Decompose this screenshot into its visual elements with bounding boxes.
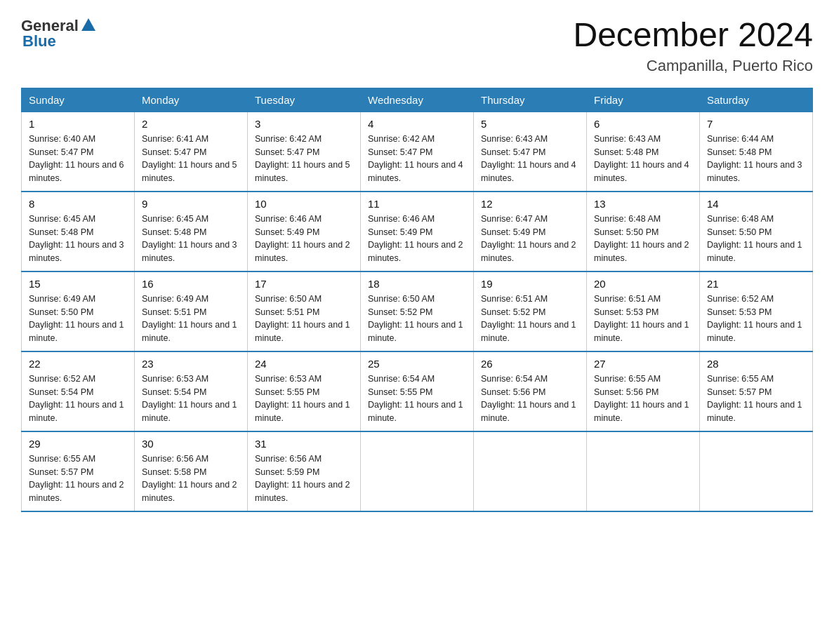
day-number: 29: [29, 438, 127, 450]
day-number: 18: [368, 278, 466, 290]
day-info: Sunrise: 6:55 AMSunset: 5:56 PMDaylight:…: [594, 373, 692, 425]
calendar-cell: 27Sunrise: 6:55 AMSunset: 5:56 PMDayligh…: [587, 351, 700, 431]
calendar-cell: 26Sunrise: 6:54 AMSunset: 5:56 PMDayligh…: [474, 351, 587, 431]
week-row-3: 15Sunrise: 6:49 AMSunset: 5:50 PMDayligh…: [22, 271, 813, 351]
day-number: 21: [707, 278, 805, 290]
day-number: 13: [594, 198, 692, 210]
day-info: Sunrise: 6:45 AMSunset: 5:48 PMDaylight:…: [29, 213, 127, 265]
day-number: 27: [594, 358, 692, 370]
week-row-1: 1Sunrise: 6:40 AMSunset: 5:47 PMDaylight…: [22, 112, 813, 192]
logo: General Blue: [21, 17, 96, 51]
day-number: 31: [255, 438, 353, 450]
calendar-cell: 18Sunrise: 6:50 AMSunset: 5:52 PMDayligh…: [361, 271, 474, 351]
calendar-cell: 13Sunrise: 6:48 AMSunset: 5:50 PMDayligh…: [587, 192, 700, 271]
day-number: 3: [255, 118, 353, 130]
day-number: 2: [142, 118, 240, 130]
calendar-cell: 11Sunrise: 6:46 AMSunset: 5:49 PMDayligh…: [361, 192, 474, 271]
day-number: 8: [29, 198, 127, 210]
calendar-cell: 5Sunrise: 6:43 AMSunset: 5:47 PMDaylight…: [474, 112, 587, 192]
day-number: 26: [481, 358, 579, 370]
calendar-cell: 23Sunrise: 6:53 AMSunset: 5:54 PMDayligh…: [135, 351, 248, 431]
day-number: 19: [481, 278, 579, 290]
day-info: Sunrise: 6:48 AMSunset: 5:50 PMDaylight:…: [707, 213, 805, 265]
calendar-cell: 25Sunrise: 6:54 AMSunset: 5:55 PMDayligh…: [361, 351, 474, 431]
day-info: Sunrise: 6:49 AMSunset: 5:51 PMDaylight:…: [142, 293, 240, 345]
day-info: Sunrise: 6:55 AMSunset: 5:57 PMDaylight:…: [29, 452, 127, 505]
calendar-cell: 22Sunrise: 6:52 AMSunset: 5:54 PMDayligh…: [22, 351, 135, 431]
day-info: Sunrise: 6:50 AMSunset: 5:52 PMDaylight:…: [368, 293, 466, 345]
day-number: 14: [707, 198, 805, 210]
day-info: Sunrise: 6:55 AMSunset: 5:57 PMDaylight:…: [707, 373, 805, 425]
header-sunday: Sunday: [22, 88, 135, 112]
day-info: Sunrise: 6:49 AMSunset: 5:50 PMDaylight:…: [29, 293, 127, 345]
calendar-cell: 19Sunrise: 6:51 AMSunset: 5:52 PMDayligh…: [474, 271, 587, 351]
calendar-cell: 16Sunrise: 6:49 AMSunset: 5:51 PMDayligh…: [135, 271, 248, 351]
calendar-cell: 28Sunrise: 6:55 AMSunset: 5:57 PMDayligh…: [700, 351, 813, 431]
week-row-5: 29Sunrise: 6:55 AMSunset: 5:57 PMDayligh…: [22, 431, 813, 511]
logo-triangle-icon: [81, 17, 96, 35]
calendar-cell: 31Sunrise: 6:56 AMSunset: 5:59 PMDayligh…: [248, 431, 361, 511]
week-row-2: 8Sunrise: 6:45 AMSunset: 5:48 PMDaylight…: [22, 192, 813, 271]
calendar-cell: 1Sunrise: 6:40 AMSunset: 5:47 PMDaylight…: [22, 112, 135, 192]
day-info: Sunrise: 6:45 AMSunset: 5:48 PMDaylight:…: [142, 213, 240, 265]
day-number: 1: [29, 118, 127, 130]
header-saturday: Saturday: [700, 88, 813, 112]
day-info: Sunrise: 6:46 AMSunset: 5:49 PMDaylight:…: [255, 213, 353, 265]
calendar-cell: 20Sunrise: 6:51 AMSunset: 5:53 PMDayligh…: [587, 271, 700, 351]
day-info: Sunrise: 6:53 AMSunset: 5:54 PMDaylight:…: [142, 373, 240, 425]
calendar-cell: 14Sunrise: 6:48 AMSunset: 5:50 PMDayligh…: [700, 192, 813, 271]
day-number: 22: [29, 358, 127, 370]
calendar-cell: [474, 431, 587, 511]
day-info: Sunrise: 6:56 AMSunset: 5:58 PMDaylight:…: [142, 452, 240, 505]
day-number: 7: [707, 118, 805, 130]
day-number: 5: [481, 118, 579, 130]
day-info: Sunrise: 6:54 AMSunset: 5:56 PMDaylight:…: [481, 373, 579, 425]
calendar-cell: 29Sunrise: 6:55 AMSunset: 5:57 PMDayligh…: [22, 431, 135, 511]
day-info: Sunrise: 6:44 AMSunset: 5:48 PMDaylight:…: [707, 133, 805, 185]
day-number: 24: [255, 358, 353, 370]
day-number: 28: [707, 358, 805, 370]
day-number: 12: [481, 198, 579, 210]
calendar-cell: 6Sunrise: 6:43 AMSunset: 5:48 PMDaylight…: [587, 112, 700, 192]
header-tuesday: Tuesday: [248, 88, 361, 112]
header-thursday: Thursday: [474, 88, 587, 112]
day-number: 9: [142, 198, 240, 210]
calendar-cell: 7Sunrise: 6:44 AMSunset: 5:48 PMDaylight…: [700, 112, 813, 192]
day-number: 10: [255, 198, 353, 210]
svg-marker-0: [81, 18, 95, 31]
title-block: December 2024 Campanilla, Puerto Rico: [573, 17, 813, 75]
day-info: Sunrise: 6:48 AMSunset: 5:50 PMDaylight:…: [594, 213, 692, 265]
calendar-cell: 15Sunrise: 6:49 AMSunset: 5:50 PMDayligh…: [22, 271, 135, 351]
calendar-cell: 21Sunrise: 6:52 AMSunset: 5:53 PMDayligh…: [700, 271, 813, 351]
day-info: Sunrise: 6:52 AMSunset: 5:54 PMDaylight:…: [29, 373, 127, 425]
calendar-table: Sunday Monday Tuesday Wednesday Thursday…: [21, 88, 813, 512]
logo-blue-text: Blue: [22, 32, 56, 51]
header-monday: Monday: [135, 88, 248, 112]
day-info: Sunrise: 6:40 AMSunset: 5:47 PMDaylight:…: [29, 133, 127, 185]
day-info: Sunrise: 6:42 AMSunset: 5:47 PMDaylight:…: [368, 133, 466, 185]
calendar-cell: [361, 431, 474, 511]
calendar-cell: 10Sunrise: 6:46 AMSunset: 5:49 PMDayligh…: [248, 192, 361, 271]
month-title: December 2024: [573, 17, 813, 54]
day-info: Sunrise: 6:51 AMSunset: 5:52 PMDaylight:…: [481, 293, 579, 345]
calendar-cell: [700, 431, 813, 511]
calendar-cell: 12Sunrise: 6:47 AMSunset: 5:49 PMDayligh…: [474, 192, 587, 271]
day-number: 20: [594, 278, 692, 290]
day-number: 16: [142, 278, 240, 290]
calendar-cell: 24Sunrise: 6:53 AMSunset: 5:55 PMDayligh…: [248, 351, 361, 431]
header-wednesday: Wednesday: [361, 88, 474, 112]
calendar-header-row: Sunday Monday Tuesday Wednesday Thursday…: [22, 88, 813, 112]
day-info: Sunrise: 6:56 AMSunset: 5:59 PMDaylight:…: [255, 452, 353, 505]
calendar-cell: 4Sunrise: 6:42 AMSunset: 5:47 PMDaylight…: [361, 112, 474, 192]
header-friday: Friday: [587, 88, 700, 112]
calendar-cell: 3Sunrise: 6:42 AMSunset: 5:47 PMDaylight…: [248, 112, 361, 192]
calendar-cell: 9Sunrise: 6:45 AMSunset: 5:48 PMDaylight…: [135, 192, 248, 271]
day-info: Sunrise: 6:46 AMSunset: 5:49 PMDaylight:…: [368, 213, 466, 265]
day-number: 4: [368, 118, 466, 130]
day-number: 30: [142, 438, 240, 450]
calendar-cell: 30Sunrise: 6:56 AMSunset: 5:58 PMDayligh…: [135, 431, 248, 511]
day-number: 15: [29, 278, 127, 290]
calendar-cell: 2Sunrise: 6:41 AMSunset: 5:47 PMDaylight…: [135, 112, 248, 192]
week-row-4: 22Sunrise: 6:52 AMSunset: 5:54 PMDayligh…: [22, 351, 813, 431]
day-number: 17: [255, 278, 353, 290]
